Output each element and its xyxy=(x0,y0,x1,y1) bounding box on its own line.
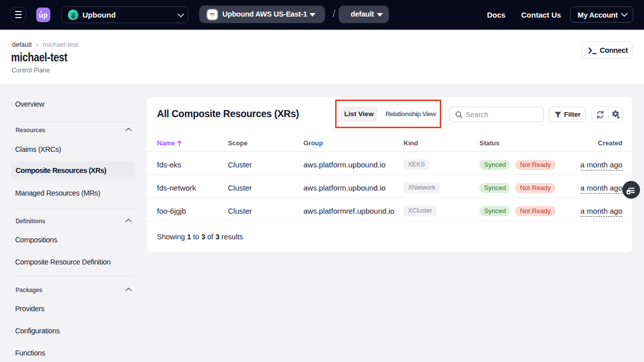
svg-text:aws: aws xyxy=(210,13,214,15)
